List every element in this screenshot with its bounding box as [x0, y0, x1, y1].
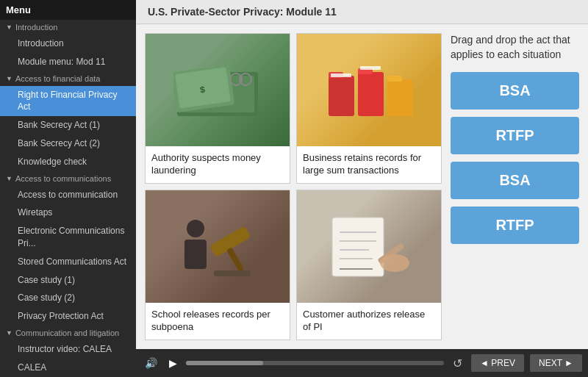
progress-fill: [186, 361, 263, 365]
arrow-icon: ▼: [6, 24, 12, 31]
svg-rect-23: [332, 218, 384, 276]
scenario-label-records: Business retains records for large sum t…: [297, 146, 441, 183]
sidebar-item-sca[interactable]: Stored Communications Act: [0, 253, 136, 271]
sidebar-section-introduction[interactable]: ▼ Introduction: [0, 20, 136, 35]
arrow-icon: ▼: [6, 329, 12, 337]
refresh-icon[interactable]: ↺: [450, 356, 465, 370]
scenario-image-folders: [297, 34, 441, 146]
drag-button-bsa-1[interactable]: BSA: [451, 72, 579, 109]
scenario-image-money: $ $: [146, 34, 290, 146]
sidebar-item-module-menu[interactable]: Module menu: Mod 11: [0, 53, 136, 71]
section-label: Communication and litigation: [15, 328, 119, 337]
right-panel: Drag and drop the act that applies to ea…: [451, 33, 579, 340]
sidebar-item-calea-video[interactable]: Instructor video: CALEA: [0, 340, 136, 359]
section-label: Introduction: [15, 23, 57, 32]
sidebar-item-case2[interactable]: Case study (2): [0, 289, 136, 307]
sidebar-item-bsa2[interactable]: Bank Secrecy Act (2): [0, 134, 136, 153]
volume-button[interactable]: 🔊: [142, 354, 160, 372]
drag-button-rtfp-2[interactable]: RTFP: [451, 207, 579, 244]
progress-bar[interactable]: [186, 361, 444, 365]
scenario-image-signing: [297, 190, 441, 303]
svg-rect-14: [387, 79, 413, 116]
play-button[interactable]: ▶: [166, 354, 180, 372]
section-label: Access to financial data: [15, 74, 101, 83]
svg-point-32: [380, 254, 409, 272]
sidebar-item-calea[interactable]: CALEA: [0, 359, 136, 377]
svg-rect-22: [214, 270, 251, 276]
sidebar-item-ppa[interactable]: Privacy Protection Act: [0, 307, 136, 326]
sidebar-section-financial[interactable]: ▼ Access to financial data: [0, 71, 136, 86]
scenario-card-authorize[interactable]: Customer authorizes release of PI: [296, 190, 442, 340]
sidebar-item-access-comm[interactable]: Access to communication: [0, 186, 136, 204]
arrow-icon: ▼: [6, 75, 12, 82]
content-body: $ $ Authority suspects money laundering: [136, 24, 588, 349]
svg-point-18: [187, 220, 204, 237]
svg-rect-12: [358, 72, 384, 116]
sidebar-item-case1[interactable]: Case study (1): [0, 271, 136, 290]
sidebar-item-rtfpa[interactable]: Right to Financial Privacy Act: [0, 86, 136, 117]
sidebar-item-knowledge-check[interactable]: Knowledge check: [0, 153, 136, 171]
sidebar-item-wiretaps[interactable]: Wiretaps: [0, 204, 136, 222]
instructions-text: Drag and drop the act that applies to ea…: [451, 33, 579, 62]
scenario-card-subpoena[interactable]: School releases records per subpoena: [145, 190, 290, 340]
sidebar-section-communications[interactable]: ▼ Access to communications: [0, 171, 136, 186]
sidebar-item-introduction[interactable]: Introduction: [0, 35, 136, 53]
arrow-icon: ▼: [6, 175, 12, 182]
sidebar-section-litigation[interactable]: ▼ Communication and litigation: [0, 326, 136, 340]
next-button[interactable]: NEXT ►: [530, 354, 582, 372]
prev-button[interactable]: ◄ PREV: [471, 354, 524, 372]
scenario-image-gavel: [146, 190, 290, 303]
svg-rect-16: [360, 66, 381, 70]
scenario-label-authorize: Customer authorizes release of PI: [297, 303, 441, 340]
svg-rect-17: [331, 73, 351, 77]
svg-rect-10: [329, 76, 354, 116]
scenario-label-subpoena: School releases records per subpoena: [146, 303, 290, 340]
scenarios-grid: $ $ Authority suspects money laundering: [145, 33, 442, 340]
drag-button-bsa-2[interactable]: BSA: [451, 162, 579, 199]
sidebar: Menu ▼ Introduction Introduction Module …: [0, 0, 136, 377]
sidebar-item-ecp[interactable]: Electronic Communications Pri...: [0, 222, 136, 253]
content-header: U.S. Private-Sector Privacy: Module 11: [136, 0, 588, 24]
section-label: Access to communications: [15, 174, 111, 183]
scenario-card-money-laundering[interactable]: $ $ Authority suspects money laundering: [145, 33, 290, 184]
svg-rect-15: [387, 76, 402, 82]
scenario-label-money-laundering: Authority suspects money laundering: [146, 146, 290, 183]
svg-rect-21: [226, 247, 244, 272]
drag-button-rtfp-1[interactable]: RTFP: [451, 117, 579, 154]
sidebar-header: Menu: [0, 0, 136, 20]
toolbar: 🔊 ▶ ↺ ◄ PREV NEXT ►: [136, 349, 588, 377]
sidebar-item-bsa1[interactable]: Bank Secrecy Act (1): [0, 116, 136, 134]
main-content: U.S. Private-Sector Privacy: Module 11 $: [136, 0, 588, 377]
scenario-card-records[interactable]: Business retains records for large sum t…: [296, 33, 442, 184]
svg-rect-19: [184, 240, 207, 269]
